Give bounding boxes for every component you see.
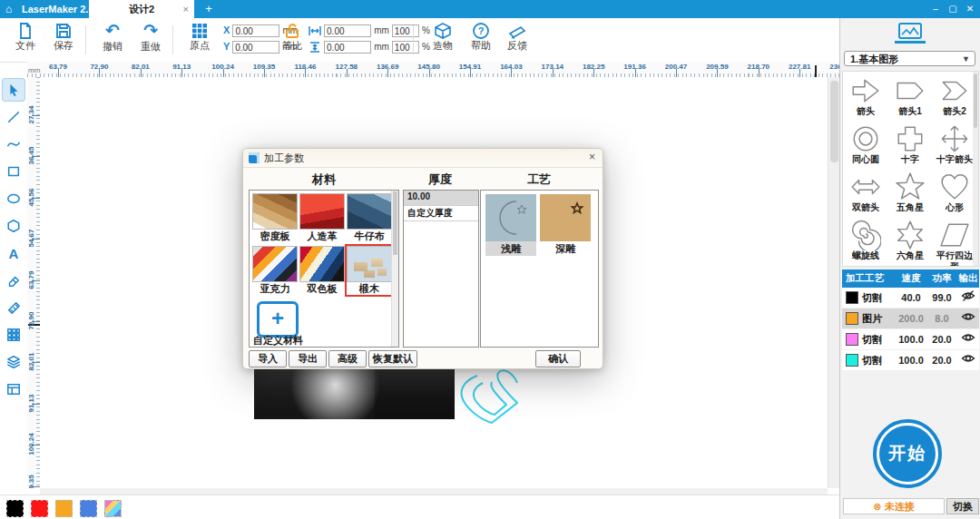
visibility-toggle[interactable]: [957, 352, 979, 368]
dialog-close-icon[interactable]: ×: [589, 151, 595, 163]
material-scrollbar[interactable]: [391, 191, 398, 347]
ratio-lock-button[interactable]: 等比: [272, 21, 312, 59]
line-tool[interactable]: [3, 106, 24, 128]
help-button[interactable]: ? 帮助: [461, 21, 501, 59]
shape-item[interactable]: 六角星: [889, 220, 931, 261]
thickness-option[interactable]: 自定义厚度: [404, 206, 478, 221]
material-item[interactable]: 人造革: [299, 193, 345, 242]
shape-item[interactable]: 心形: [934, 171, 975, 213]
origin-button[interactable]: 原点: [180, 21, 220, 59]
dithered-bitmap-object[interactable]: [254, 361, 455, 419]
material-item[interactable]: 亚克力: [252, 246, 298, 295]
shape-item[interactable]: 五角星: [889, 171, 931, 213]
horizontal-scrollbar[interactable]: [40, 488, 828, 495]
shape-item[interactable]: 箭头: [845, 75, 887, 117]
export-button[interactable]: 导出: [289, 350, 327, 367]
heart-shape-icon: [939, 171, 970, 202]
create-button[interactable]: 造物: [423, 21, 463, 59]
ruler-tick: [305, 69, 306, 77]
layer-row[interactable]: 图片 200.0 8.0: [842, 308, 979, 329]
select-tool[interactable]: [3, 79, 24, 101]
home-icon[interactable]: ⌂: [5, 2, 12, 16]
visibility-toggle[interactable]: [957, 289, 979, 306]
visibility-toggle[interactable]: [957, 331, 979, 348]
shape-item[interactable]: 同心圆: [845, 123, 887, 165]
import-button[interactable]: 导入: [249, 350, 287, 367]
shape-item[interactable]: 平行四边形: [934, 220, 975, 267]
start-button[interactable]: 开始: [873, 419, 942, 488]
scroll-thumb[interactable]: [393, 191, 397, 255]
tab-label: 设计2: [129, 4, 154, 15]
feedback-button[interactable]: 反馈: [497, 21, 537, 59]
shape-scrollbar[interactable]: [973, 72, 978, 266]
material-item[interactable]: 密度板: [252, 193, 298, 242]
height-input[interactable]: [324, 41, 371, 54]
material-thumbnail: [347, 193, 392, 230]
layer-row[interactable]: 切割 40.0 99.0: [842, 288, 979, 308]
shape-item[interactable]: 箭头1: [889, 75, 931, 117]
palette-swatch-orange[interactable]: [55, 500, 73, 517]
ellipse-tool[interactable]: [3, 188, 24, 210]
separator: [172, 25, 173, 54]
material-item[interactable]: 椴木: [347, 246, 392, 295]
minimize-button[interactable]: –: [927, 0, 944, 18]
vertical-scrollbar[interactable]: [828, 77, 840, 488]
shape-item[interactable]: 箭头2: [934, 75, 975, 117]
layer-row[interactable]: 切割 100.0 20.0: [842, 350, 979, 371]
layer-color-chip[interactable]: [846, 291, 858, 304]
new-tab-button[interactable]: +: [201, 0, 216, 18]
text-tool[interactable]: A: [3, 242, 24, 264]
palette-swatch-black[interactable]: [6, 500, 24, 517]
width-percent-input[interactable]: [392, 24, 419, 37]
layer-color-chip[interactable]: [846, 354, 858, 367]
shape-item[interactable]: 十字: [889, 123, 931, 165]
tab-close-icon[interactable]: ×: [183, 0, 189, 18]
polygon-tool[interactable]: [3, 215, 24, 237]
switch-device-button[interactable]: 切换: [946, 498, 979, 514]
eraser-tool[interactable]: [3, 269, 24, 291]
layer-row[interactable]: 切割 100.0 20.0: [842, 329, 979, 350]
scroll-thumb[interactable]: [830, 81, 838, 162]
rectangle-tool[interactable]: [3, 161, 24, 182]
material-item[interactable]: 双色板: [299, 246, 345, 295]
thickness-option[interactable]: 10.00: [404, 191, 478, 206]
advanced-button[interactable]: 高级: [328, 350, 367, 367]
save-button[interactable]: 保存: [44, 21, 83, 59]
file-button[interactable]: 文件: [5, 21, 45, 59]
palette-swatch-red[interactable]: [31, 500, 48, 517]
restore-defaults-button[interactable]: 恢复默认: [368, 350, 417, 367]
shape-item[interactable]: 双箭头: [845, 171, 887, 213]
layers-tool[interactable]: [3, 351, 24, 373]
shape-item[interactable]: 螺旋线: [845, 220, 887, 261]
array-tool[interactable]: [3, 324, 24, 346]
maximize-button[interactable]: ▢: [945, 0, 961, 18]
visibility-toggle[interactable]: [957, 310, 979, 327]
scroll-thumb[interactable]: [974, 73, 977, 128]
cube-icon: [434, 22, 452, 40]
origin-grid-icon: [191, 22, 209, 40]
redo-button[interactable]: ↷ 重做: [131, 21, 171, 59]
material-item[interactable]: 牛仔布: [347, 193, 392, 242]
curve-tool[interactable]: [3, 133, 24, 155]
table-tool[interactable]: [3, 378, 24, 400]
undo-button[interactable]: ↶ 撤销: [93, 21, 132, 59]
close-button[interactable]: ✕: [962, 0, 978, 18]
craft-option-light[interactable]: 浅雕: [485, 194, 536, 256]
layer-color-chip[interactable]: [846, 333, 858, 346]
status-text: 未连接: [885, 501, 915, 512]
measure-tool[interactable]: [3, 297, 24, 318]
dialog-title-bar[interactable]: 加工参数 ×: [243, 149, 603, 168]
tab-design2[interactable]: 设计2 ×: [89, 0, 194, 18]
width-input[interactable]: [324, 24, 371, 37]
gallery-tab[interactable]: [892, 23, 928, 44]
craft-option-deep[interactable]: 深雕: [540, 194, 591, 256]
palette-swatch-rainbow[interactable]: [104, 500, 122, 517]
shape-category-dropdown[interactable]: 1.基本图形 ▼: [844, 51, 975, 66]
shape-item[interactable]: 十字箭头: [934, 123, 975, 165]
add-material-button[interactable]: +: [257, 301, 299, 338]
confirm-button[interactable]: 确认: [535, 350, 581, 367]
material-thumbnail: [347, 246, 392, 282]
layer-color-chip[interactable]: [846, 312, 858, 325]
height-percent-input[interactable]: [392, 41, 419, 54]
palette-swatch-blue[interactable]: [80, 500, 97, 517]
